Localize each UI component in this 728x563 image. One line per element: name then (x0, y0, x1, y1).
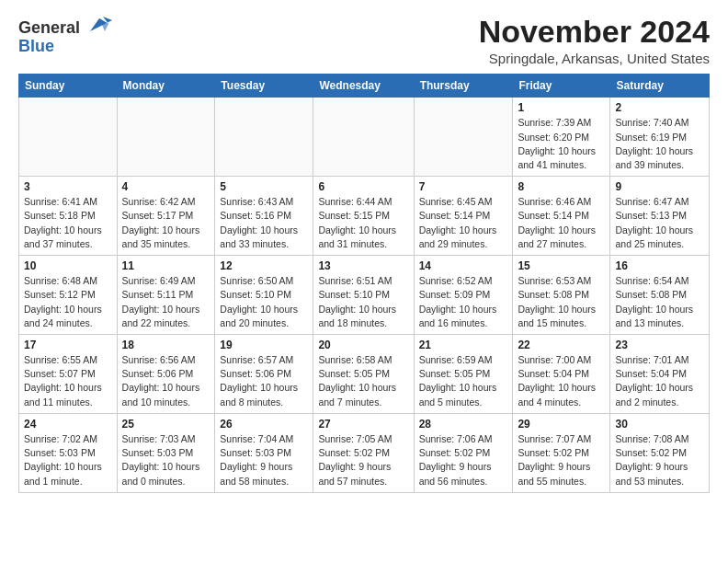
day-number: 17 (24, 339, 112, 351)
day-info: Sunrise: 6:54 AMSunset: 5:08 PMDaylight:… (615, 274, 704, 330)
calendar-cell: 23Sunrise: 7:01 AMSunset: 5:04 PMDayligh… (610, 335, 710, 414)
day-number: 15 (518, 259, 605, 272)
weekday-header-monday: Monday (117, 75, 215, 98)
day-number: 3 (24, 180, 112, 193)
day-number: 23 (615, 339, 704, 351)
day-number: 21 (419, 339, 508, 351)
svg-marker-0 (90, 17, 112, 31)
logo-bird-icon (86, 15, 112, 33)
day-info: Sunrise: 6:58 AMSunset: 5:05 PMDaylight:… (318, 353, 408, 409)
calendar-cell: 24Sunrise: 7:02 AMSunset: 5:03 PMDayligh… (19, 413, 118, 492)
day-info: Sunrise: 6:49 AMSunset: 5:11 PMDaylight:… (122, 274, 210, 330)
day-info: Sunrise: 7:39 AMSunset: 6:20 PMDaylight:… (518, 116, 605, 172)
calendar-cell: 8Sunrise: 6:46 AMSunset: 5:14 PMDaylight… (513, 177, 610, 256)
day-info: Sunrise: 6:46 AMSunset: 5:14 PMDaylight:… (518, 195, 605, 251)
day-number: 28 (419, 418, 508, 431)
calendar-table: SundayMondayTuesdayWednesdayThursdayFrid… (18, 74, 710, 492)
calendar-cell (117, 98, 215, 177)
day-info: Sunrise: 7:00 AMSunset: 5:04 PMDaylight:… (518, 353, 605, 409)
calendar-cell: 17Sunrise: 6:55 AMSunset: 5:07 PMDayligh… (19, 335, 118, 414)
day-number: 9 (615, 180, 704, 193)
weekday-header-wednesday: Wednesday (313, 75, 414, 98)
day-info: Sunrise: 7:04 AMSunset: 5:03 PMDaylight:… (220, 432, 308, 488)
day-number: 10 (24, 259, 112, 272)
day-info: Sunrise: 7:05 AMSunset: 5:02 PMDaylight:… (318, 432, 408, 488)
weekday-header-sunday: Sunday (19, 75, 118, 98)
calendar-cell: 22Sunrise: 7:00 AMSunset: 5:04 PMDayligh… (513, 335, 610, 414)
day-number: 4 (122, 180, 210, 193)
day-number: 1 (518, 101, 605, 114)
calendar-cell: 2Sunrise: 7:40 AMSunset: 6:19 PMDaylight… (610, 98, 710, 177)
title-area: November 2024 Springdale, Arkansas, Unit… (479, 15, 710, 66)
calendar-cell: 16Sunrise: 6:54 AMSunset: 5:08 PMDayligh… (610, 256, 710, 335)
day-info: Sunrise: 6:44 AMSunset: 5:15 PMDaylight:… (318, 195, 408, 251)
day-info: Sunrise: 6:51 AMSunset: 5:10 PMDaylight:… (318, 274, 408, 330)
month-title: November 2024 (479, 15, 710, 49)
calendar-cell: 18Sunrise: 6:56 AMSunset: 5:06 PMDayligh… (117, 335, 215, 414)
calendar-cell: 25Sunrise: 7:03 AMSunset: 5:03 PMDayligh… (117, 413, 215, 492)
day-info: Sunrise: 7:02 AMSunset: 5:03 PMDaylight:… (24, 432, 112, 488)
logo-general-text: General (18, 18, 80, 37)
calendar-cell: 13Sunrise: 6:51 AMSunset: 5:10 PMDayligh… (313, 256, 414, 335)
day-number: 27 (318, 418, 408, 431)
day-number: 7 (419, 180, 508, 193)
day-info: Sunrise: 6:41 AMSunset: 5:18 PMDaylight:… (24, 195, 112, 251)
day-number: 5 (220, 180, 308, 193)
day-number: 14 (419, 259, 508, 272)
calendar-cell: 6Sunrise: 6:44 AMSunset: 5:15 PMDaylight… (313, 177, 414, 256)
weekday-header-tuesday: Tuesday (215, 75, 313, 98)
calendar-cell: 3Sunrise: 6:41 AMSunset: 5:18 PMDaylight… (19, 177, 118, 256)
calendar-cell: 1Sunrise: 7:39 AMSunset: 6:20 PMDaylight… (513, 98, 610, 177)
day-number: 6 (318, 180, 408, 193)
day-number: 8 (518, 180, 605, 193)
calendar-cell: 12Sunrise: 6:50 AMSunset: 5:10 PMDayligh… (215, 256, 313, 335)
calendar-cell: 26Sunrise: 7:04 AMSunset: 5:03 PMDayligh… (215, 413, 313, 492)
day-info: Sunrise: 7:08 AMSunset: 5:02 PMDaylight:… (615, 432, 704, 488)
day-info: Sunrise: 6:48 AMSunset: 5:12 PMDaylight:… (24, 274, 112, 330)
day-info: Sunrise: 6:59 AMSunset: 5:05 PMDaylight:… (419, 353, 508, 409)
day-number: 25 (122, 418, 210, 431)
week-row-3: 10Sunrise: 6:48 AMSunset: 5:12 PMDayligh… (19, 256, 710, 335)
calendar-cell: 30Sunrise: 7:08 AMSunset: 5:02 PMDayligh… (610, 413, 710, 492)
day-number: 13 (318, 259, 408, 272)
calendar-cell (215, 98, 313, 177)
calendar-cell: 28Sunrise: 7:06 AMSunset: 5:02 PMDayligh… (414, 413, 513, 492)
day-number: 24 (24, 418, 112, 431)
logo: General Blue (18, 15, 112, 56)
day-number: 16 (615, 259, 704, 272)
weekday-header-thursday: Thursday (414, 75, 513, 98)
day-number: 2 (615, 101, 704, 114)
day-number: 26 (220, 418, 308, 431)
day-info: Sunrise: 6:43 AMSunset: 5:16 PMDaylight:… (220, 195, 308, 251)
day-info: Sunrise: 6:56 AMSunset: 5:06 PMDaylight:… (122, 353, 210, 409)
day-info: Sunrise: 7:03 AMSunset: 5:03 PMDaylight:… (122, 432, 210, 488)
weekday-header-saturday: Saturday (610, 75, 710, 98)
calendar-cell: 15Sunrise: 6:53 AMSunset: 5:08 PMDayligh… (513, 256, 610, 335)
day-number: 30 (615, 418, 704, 431)
day-info: Sunrise: 7:06 AMSunset: 5:02 PMDaylight:… (419, 432, 508, 488)
calendar-cell: 10Sunrise: 6:48 AMSunset: 5:12 PMDayligh… (19, 256, 118, 335)
day-info: Sunrise: 6:53 AMSunset: 5:08 PMDaylight:… (518, 274, 605, 330)
day-info: Sunrise: 6:55 AMSunset: 5:07 PMDaylight:… (24, 353, 112, 409)
calendar-cell: 21Sunrise: 6:59 AMSunset: 5:05 PMDayligh… (414, 335, 513, 414)
calendar-cell (313, 98, 414, 177)
calendar-cell: 5Sunrise: 6:43 AMSunset: 5:16 PMDaylight… (215, 177, 313, 256)
calendar-cell: 27Sunrise: 7:05 AMSunset: 5:02 PMDayligh… (313, 413, 414, 492)
day-info: Sunrise: 6:50 AMSunset: 5:10 PMDaylight:… (220, 274, 308, 330)
day-info: Sunrise: 7:07 AMSunset: 5:02 PMDaylight:… (518, 432, 605, 488)
calendar-cell: 11Sunrise: 6:49 AMSunset: 5:11 PMDayligh… (117, 256, 215, 335)
week-row-2: 3Sunrise: 6:41 AMSunset: 5:18 PMDaylight… (19, 177, 710, 256)
day-info: Sunrise: 6:57 AMSunset: 5:06 PMDaylight:… (220, 353, 308, 409)
week-row-4: 17Sunrise: 6:55 AMSunset: 5:07 PMDayligh… (19, 335, 710, 414)
day-info: Sunrise: 6:52 AMSunset: 5:09 PMDaylight:… (419, 274, 508, 330)
weekday-header-friday: Friday (513, 75, 610, 98)
day-number: 22 (518, 339, 605, 351)
logo-blue-text: Blue (18, 38, 54, 56)
day-info: Sunrise: 7:40 AMSunset: 6:19 PMDaylight:… (615, 116, 704, 172)
calendar-cell: 4Sunrise: 6:42 AMSunset: 5:17 PMDaylight… (117, 177, 215, 256)
calendar-cell (414, 98, 513, 177)
calendar-cell: 19Sunrise: 6:57 AMSunset: 5:06 PMDayligh… (215, 335, 313, 414)
day-number: 20 (318, 339, 408, 351)
calendar-cell (19, 98, 118, 177)
day-info: Sunrise: 6:42 AMSunset: 5:17 PMDaylight:… (122, 195, 210, 251)
